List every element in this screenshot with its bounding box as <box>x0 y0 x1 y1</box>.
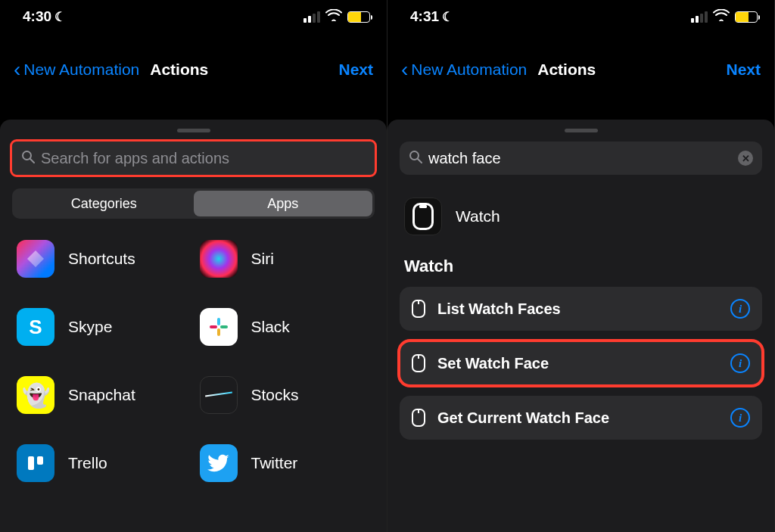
next-button[interactable]: Next <box>338 61 373 79</box>
status-time: 4:30 <box>23 8 51 25</box>
app-snapchat[interactable]: 👻 Snapchat <box>17 376 188 414</box>
dnd-moon-icon: ☾ <box>54 9 66 25</box>
wifi-icon <box>325 9 342 25</box>
watch-app-icon <box>404 198 442 235</box>
app-skype[interactable]: S Skype <box>17 308 188 346</box>
app-shortcuts[interactable]: Shortcuts <box>17 240 188 278</box>
action-list: List Watch Faces i Set Watch Face i Get … <box>400 287 762 440</box>
segment-apps[interactable]: Apps <box>194 191 373 216</box>
app-label: Skype <box>68 318 112 336</box>
sheet-grabber[interactable] <box>177 129 210 132</box>
svg-rect-5 <box>210 325 217 328</box>
action-list-watch-faces[interactable]: List Watch Faces i <box>400 287 762 331</box>
app-twitter[interactable]: Twitter <box>200 444 371 482</box>
app-label: Snapchat <box>68 386 135 404</box>
status-time: 4:31 <box>410 8 439 25</box>
app-label: Stocks <box>251 386 299 404</box>
app-label: Twitter <box>251 454 298 472</box>
status-bar: 4:30 ☾ <box>0 0 387 33</box>
action-get-current-watch-face[interactable]: Get Current Watch Face i <box>400 396 762 440</box>
svg-rect-3 <box>220 325 228 328</box>
snapchat-icon: 👻 <box>17 376 54 414</box>
app-slack[interactable]: Slack <box>200 308 371 346</box>
status-bar: 4:31 ☾ <box>388 0 774 33</box>
skype-icon: S <box>17 308 54 346</box>
clear-icon[interactable]: ✕ <box>738 151 753 166</box>
app-trello[interactable]: Trello <box>17 444 188 482</box>
action-label: List Watch Faces <box>437 300 561 318</box>
app-label: Siri <box>251 250 274 268</box>
search-icon <box>21 150 35 167</box>
app-grid: Shortcuts Siri S Skype Sl <box>12 240 375 482</box>
search-icon <box>409 150 422 167</box>
battery-icon <box>735 11 758 23</box>
result-app-row[interactable]: Watch <box>400 198 762 235</box>
wifi-icon <box>713 9 730 25</box>
shortcuts-icon <box>17 240 54 278</box>
nav-title: Actions <box>150 61 208 79</box>
watch-icon <box>412 409 425 427</box>
slack-icon <box>200 308 238 346</box>
app-label: Trello <box>68 454 107 472</box>
screenshot-right: 4:31 ☾ ‹ New Automation Actions Next ✕ <box>388 0 775 532</box>
svg-line-9 <box>418 159 422 163</box>
action-label: Set Watch Face <box>437 355 549 372</box>
svg-line-1 <box>30 159 34 163</box>
cellular-icon <box>691 11 708 23</box>
watch-icon <box>412 300 425 318</box>
battery-icon <box>347 11 370 23</box>
siri-icon <box>200 240 238 278</box>
section-title: Watch <box>404 257 762 276</box>
back-button[interactable]: New Automation <box>411 61 527 79</box>
info-icon[interactable]: i <box>730 408 750 428</box>
app-label: Slack <box>251 318 290 336</box>
watch-icon <box>412 354 425 372</box>
action-label: Get Current Watch Face <box>437 409 609 427</box>
sheet-grabber[interactable] <box>565 129 598 132</box>
app-label: Shortcuts <box>68 250 135 268</box>
info-icon[interactable]: i <box>730 299 750 319</box>
actions-sheet: ✕ Watch Watch List Watch Faces i Set Wat… <box>388 120 774 532</box>
actions-sheet: Categories Apps Shortcuts Siri S Skype <box>0 120 387 532</box>
svg-rect-7 <box>37 456 43 465</box>
segment-categories[interactable]: Categories <box>14 191 194 216</box>
result-app-label: Watch <box>456 207 500 226</box>
back-chevron-icon[interactable]: ‹ <box>14 58 20 82</box>
nav-title: Actions <box>537 61 596 79</box>
app-stocks[interactable]: Stocks <box>200 376 371 414</box>
trello-icon <box>17 444 54 482</box>
segmented-control[interactable]: Categories Apps <box>12 188 375 219</box>
screenshot-left: 4:30 ☾ ‹ New Automation Actions Next Cat… <box>0 0 388 532</box>
back-button[interactable]: New Automation <box>23 61 139 79</box>
nav-bar: ‹ New Automation Actions Next <box>0 47 387 92</box>
svg-rect-6 <box>28 456 34 470</box>
search-input[interactable] <box>41 150 366 167</box>
search-field[interactable] <box>12 142 375 175</box>
search-field[interactable]: ✕ <box>400 142 762 175</box>
nav-bar: ‹ New Automation Actions Next <box>388 47 774 92</box>
back-chevron-icon[interactable]: ‹ <box>401 58 408 82</box>
app-siri[interactable]: Siri <box>200 240 371 278</box>
stocks-icon <box>200 376 238 414</box>
search-input[interactable] <box>428 150 732 167</box>
svg-rect-4 <box>217 328 220 336</box>
cellular-icon <box>303 11 320 23</box>
twitter-icon <box>200 444 238 482</box>
svg-rect-2 <box>217 318 220 325</box>
dnd-moon-icon: ☾ <box>442 9 453 25</box>
action-set-watch-face[interactable]: Set Watch Face i <box>400 341 762 385</box>
info-icon[interactable]: i <box>730 353 750 373</box>
next-button[interactable]: Next <box>726 61 761 79</box>
